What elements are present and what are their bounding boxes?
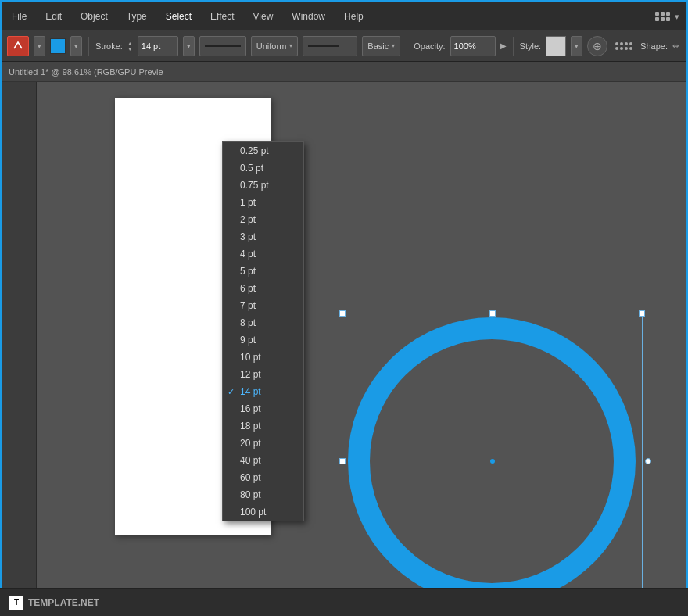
center-dot bbox=[490, 459, 495, 464]
toolbar: ▾ ▾ Stroke: ▲ ▼ 14 pt ▾ Uniform ▾ Basic … bbox=[2, 30, 686, 62]
menu-file[interactable]: File bbox=[9, 8, 30, 25]
info-bar: Untitled-1* @ 98.61% (RGB/GPU Previe bbox=[2, 62, 686, 82]
separator-1 bbox=[88, 37, 89, 56]
stroke-option-8pt[interactable]: 8 pt bbox=[223, 314, 303, 331]
opacity-input[interactable]: 100% bbox=[450, 36, 496, 56]
stroke-option-7pt[interactable]: 7 pt bbox=[223, 297, 303, 314]
stroke-option-16pt[interactable]: 16 pt bbox=[223, 400, 303, 417]
stroke-arrows[interactable]: ▲ ▼ bbox=[127, 41, 133, 52]
stroke-option-0.75pt[interactable]: 0.75 pt bbox=[223, 177, 303, 194]
stroke-label: Stroke: bbox=[95, 41, 123, 51]
circle-selection[interactable] bbox=[342, 313, 643, 590]
workspace-arrow[interactable]: ▾ bbox=[675, 12, 679, 22]
stroke-option-4pt[interactable]: 4 pt bbox=[223, 245, 303, 263]
uniform-dropdown[interactable]: Uniform ▾ bbox=[251, 36, 299, 56]
status-bar: T TEMPLATE.NET bbox=[0, 588, 688, 616]
stroke-dropdown-btn[interactable]: ▾ bbox=[183, 36, 195, 56]
stroke-option-10pt[interactable]: 10 pt bbox=[223, 349, 303, 366]
stroke-value-input[interactable]: 14 pt bbox=[138, 36, 178, 56]
basic-preview[interactable] bbox=[303, 36, 357, 56]
circle-svg bbox=[342, 313, 643, 590]
menu-object[interactable]: Object bbox=[77, 8, 111, 25]
stroke-option-5pt[interactable]: 5 pt bbox=[223, 263, 303, 280]
menu-help[interactable]: Help bbox=[341, 8, 367, 25]
stroke-option-14pt[interactable]: 14 pt bbox=[223, 383, 303, 400]
main-area: 0.25 pt 0.5 pt 0.75 pt 1 pt 2 pt 3 pt 4 … bbox=[2, 82, 686, 590]
fill-color-btn[interactable] bbox=[7, 36, 29, 56]
style-dropdown[interactable]: ▾ bbox=[571, 36, 582, 56]
menu-view[interactable]: View bbox=[250, 8, 277, 25]
menu-type[interactable]: Type bbox=[124, 8, 150, 25]
stroke-option-0.5pt[interactable]: 0.5 pt bbox=[223, 159, 303, 177]
stroke-option-20pt[interactable]: 20 pt bbox=[223, 435, 303, 452]
grid-icon[interactable] bbox=[655, 12, 670, 21]
menu-edit[interactable]: Edit bbox=[42, 8, 65, 25]
canvas-area[interactable]: 0.25 pt 0.5 pt 0.75 pt 1 pt 2 pt 3 pt 4 … bbox=[37, 82, 686, 590]
stroke-color-dropdown[interactable]: ▾ bbox=[70, 36, 82, 56]
separator-3 bbox=[513, 37, 514, 56]
logo-text: TEMPLATE.NET bbox=[28, 597, 99, 608]
separator-2 bbox=[407, 37, 407, 56]
stroke-option-12pt[interactable]: 12 pt bbox=[223, 366, 303, 383]
line-style-preview[interactable] bbox=[199, 36, 246, 56]
basic-dropdown[interactable]: Basic ▾ bbox=[362, 36, 400, 56]
document-info: Untitled-1* @ 98.61% (RGB/GPU Previe bbox=[9, 67, 163, 77]
opacity-label: Opacity: bbox=[414, 41, 445, 51]
stroke-option-2pt[interactable]: 2 pt bbox=[223, 211, 303, 228]
template-logo: T TEMPLATE.NET bbox=[9, 596, 99, 610]
menu-select[interactable]: Select bbox=[163, 8, 195, 25]
stroke-option-18pt[interactable]: 18 pt bbox=[223, 417, 303, 435]
style-box[interactable] bbox=[546, 36, 566, 56]
opacity-more[interactable]: ▶ bbox=[500, 41, 507, 50]
stroke-option-80pt[interactable]: 80 pt bbox=[223, 486, 303, 503]
menu-bar: File Edit Object Type Select Effect View… bbox=[2, 2, 686, 30]
handle-middle-right[interactable] bbox=[645, 458, 651, 464]
left-panel bbox=[2, 82, 37, 590]
globe-icon[interactable]: ⊕ bbox=[587, 36, 607, 56]
stroke-option-40pt[interactable]: 40 pt bbox=[223, 452, 303, 469]
dots-icon[interactable] bbox=[612, 39, 636, 53]
shape-arrows[interactable]: ⇔ bbox=[672, 41, 679, 50]
stroke-color-btn[interactable] bbox=[50, 38, 66, 54]
stroke-option-100pt[interactable]: 100 pt bbox=[223, 503, 303, 521]
menu-effect[interactable]: Effect bbox=[207, 8, 237, 25]
style-label: Style: bbox=[520, 41, 542, 51]
menu-window[interactable]: Window bbox=[288, 8, 328, 25]
stroke-size-dropdown: 0.25 pt 0.5 pt 0.75 pt 1 pt 2 pt 3 pt 4 … bbox=[222, 141, 304, 521]
logo-icon: T bbox=[9, 596, 23, 610]
fill-dropdown[interactable]: ▾ bbox=[34, 36, 45, 56]
stroke-option-6pt[interactable]: 6 pt bbox=[223, 280, 303, 297]
stroke-option-9pt[interactable]: 9 pt bbox=[223, 331, 303, 349]
shape-label: Shape: bbox=[640, 41, 668, 51]
stroke-option-0.25pt[interactable]: 0.25 pt bbox=[223, 142, 303, 159]
stroke-option-3pt[interactable]: 3 pt bbox=[223, 228, 303, 245]
stroke-option-1pt[interactable]: 1 pt bbox=[223, 194, 303, 211]
stroke-option-60pt[interactable]: 60 pt bbox=[223, 469, 303, 486]
